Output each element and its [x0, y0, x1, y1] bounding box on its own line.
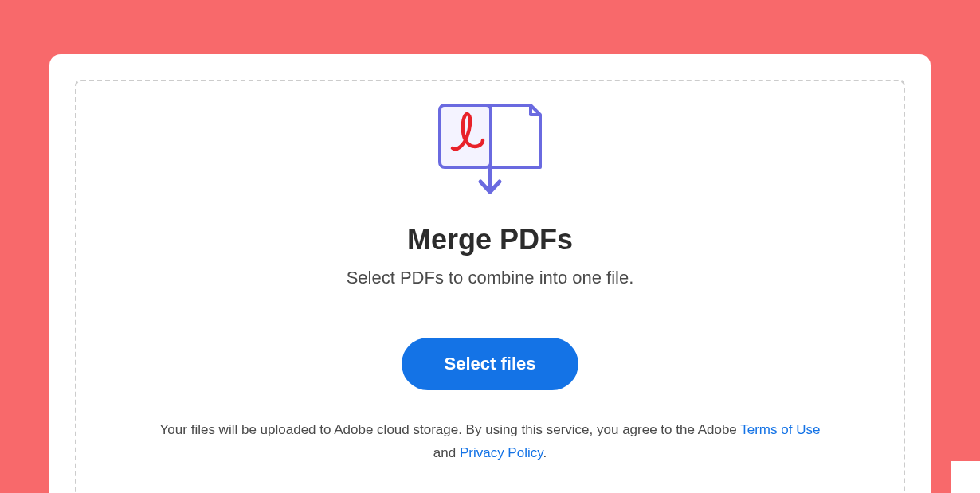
disclaimer-text: Your files will be uploaded to Adobe clo… — [131, 419, 849, 465]
disclaimer-mid: and — [433, 445, 460, 460]
merge-card: Merge PDFs Select PDFs to combine into o… — [49, 54, 931, 493]
select-files-button[interactable]: Select files — [402, 338, 579, 390]
page-title: Merge PDFs — [407, 223, 573, 256]
terms-of-use-link[interactable]: Terms of Use — [740, 422, 820, 437]
disclaimer-after: . — [543, 445, 547, 460]
dropzone[interactable]: Merge PDFs Select PDFs to combine into o… — [75, 80, 905, 493]
merge-pdf-icon — [437, 102, 543, 201]
disclaimer-before: Your files will be uploaded to Adobe clo… — [160, 422, 741, 437]
privacy-policy-link[interactable]: Privacy Policy — [460, 445, 543, 460]
page-subtitle: Select PDFs to combine into one file. — [347, 268, 634, 288]
